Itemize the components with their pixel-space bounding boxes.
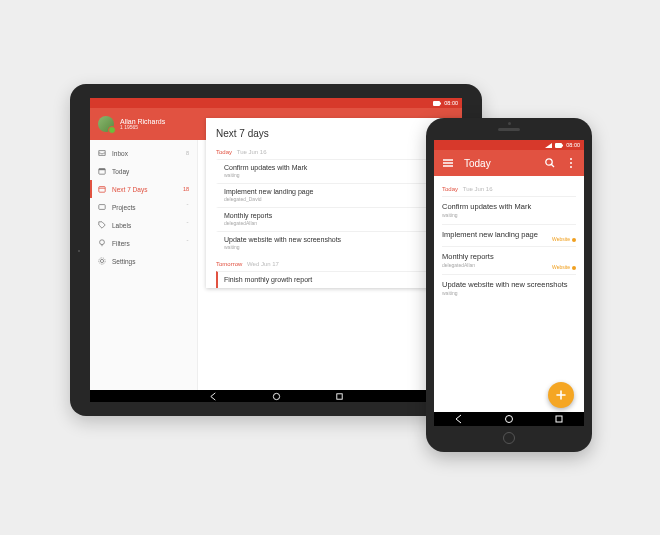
svg-line-16 [552,165,555,168]
day-date: Tue Jun 16 [463,186,493,192]
sidebar-label: Today [112,168,183,175]
svg-rect-1 [440,102,441,104]
task-sub: waiting [224,244,452,250]
menu-icon[interactable] [442,157,454,169]
tablet-status-bar: 08:00 [90,98,462,108]
android-nav-bar [434,412,584,426]
svg-rect-6 [99,205,105,210]
more-icon[interactable] [566,157,576,169]
sidebar-count: 18 [183,186,189,192]
task-sub: delegatedAllan [224,220,452,226]
day-label: Today [442,186,458,192]
chevron-down-icon: ˅ [186,222,189,228]
nav-back-icon[interactable] [209,392,218,401]
phone-screen: 08:00 Today Today Tue Jun 16 Confirm upd… [434,140,584,426]
tablet-main: Next 7 days Today Tue Jun 16 Confirm upd… [198,140,462,390]
task-row[interactable]: Monthly reports delegatedAllan Website [442,246,576,274]
sidebar-label: Settings [112,258,183,265]
inbox-icon [98,149,106,157]
settings-icon [98,257,106,265]
task-title: Monthly reports [224,212,452,219]
task-title: Confirm updates with Mark [224,164,452,171]
sidebar-item-inbox[interactable]: Inbox 8 [90,144,197,162]
sidebar-count: 8 [186,150,189,156]
phone-body: Today Tue Jun 16 Confirm updates with Ma… [434,176,584,302]
battery-icon [433,101,441,106]
page-title: Next 7 days [216,128,452,139]
task-row[interactable]: Implement new landing page delegated_Dav… [216,183,452,207]
user-sub: 1 19565 [120,125,165,130]
task-title: Update website with new screenshots [224,236,452,243]
content-card: Next 7 days Today Tue Jun 16 Confirm upd… [206,118,462,288]
tablet-screen: 08:00 Allan Richards 1 19565 Inbox 8 Tod… [90,98,462,402]
day-date: Tue Jun 16 [237,149,267,155]
user-block: Allan Richards 1 19565 [120,118,165,130]
task-row[interactable]: Update website with new screenshots wait… [442,274,576,302]
sidebar-item-filters[interactable]: Filters ˅ [90,234,197,252]
task-row[interactable]: Confirm updates with Mark waiting [442,196,576,224]
sidebar-item-projects[interactable]: Projects ˅ [90,198,197,216]
task-sub: delegated_David [224,196,452,202]
svg-rect-21 [556,416,562,422]
svg-point-17 [570,158,572,160]
phone-device: 08:00 Today Today Tue Jun 16 Confirm upd… [426,118,592,452]
app-bar: Today [434,150,584,176]
sidebar-label: Inbox [112,150,180,157]
phone-camera [508,122,511,125]
task-row[interactable]: Update website with new screenshots wait… [216,231,452,255]
svg-rect-14 [562,144,563,146]
sidebar-item-settings[interactable]: Settings [90,252,197,270]
chevron-down-icon: ˅ [186,240,189,246]
signal-icon [545,143,552,148]
calendar-icon [98,185,106,193]
svg-point-19 [570,166,572,168]
phone-status-bar: 08:00 [434,140,584,150]
status-time: 08:00 [444,100,458,106]
nav-recent-icon[interactable] [554,414,564,424]
svg-point-18 [570,162,572,164]
task-tag: Website [552,264,576,270]
add-task-fab[interactable] [548,382,574,408]
task-title: Finish monthly growth report [224,276,452,283]
tablet-speaker [78,250,80,252]
svg-point-10 [99,258,105,264]
sidebar-label: Next 7 Days [112,186,177,193]
tablet-device: 08:00 Allan Richards 1 19565 Inbox 8 Tod… [70,84,482,416]
svg-point-11 [273,393,279,399]
svg-rect-0 [433,101,440,106]
filters-icon [98,239,106,247]
labels-icon [98,221,106,229]
task-row[interactable]: Monthly reports delegatedAllan [216,207,452,231]
phone-home-button[interactable] [503,432,515,444]
task-title: Update website with new screenshots [442,280,576,289]
svg-rect-12 [336,393,341,398]
task-sub: waiting [442,290,576,296]
nav-home-icon[interactable] [504,414,514,424]
day-label: Today [216,149,232,155]
svg-rect-13 [555,143,562,148]
task-row[interactable]: Finish monthly growth report [216,271,452,288]
nav-recent-icon[interactable] [335,392,344,401]
svg-point-20 [506,416,513,423]
nav-home-icon[interactable] [272,392,281,401]
svg-point-15 [546,159,552,165]
task-row[interactable]: Implement new landing page Website [442,224,576,246]
phone-earpiece [498,128,520,131]
search-icon[interactable] [544,157,556,169]
day-header-tomorrow: Tomorrow Wed Jun 17 [216,261,452,267]
nav-back-icon[interactable] [454,414,464,424]
task-sub: waiting [442,212,576,218]
sidebar-item-labels[interactable]: Labels ˅ [90,216,197,234]
sidebar-item-today[interactable]: Today [90,162,197,180]
task-title: Implement new landing page [224,188,452,195]
app-bar-title: Today [464,158,534,169]
day-date: Wed Jun 17 [247,261,279,267]
status-time: 08:00 [566,142,580,148]
task-row[interactable]: Confirm updates with Mark waiting [216,159,452,183]
day-header-today: Today Tue Jun 16 [216,149,452,155]
user-avatar[interactable] [98,116,114,132]
day-header-today: Today Tue Jun 16 [442,186,576,192]
today-icon [98,167,106,175]
plus-icon [555,389,567,401]
sidebar-item-next7days[interactable]: Next 7 Days 18 [90,180,197,198]
